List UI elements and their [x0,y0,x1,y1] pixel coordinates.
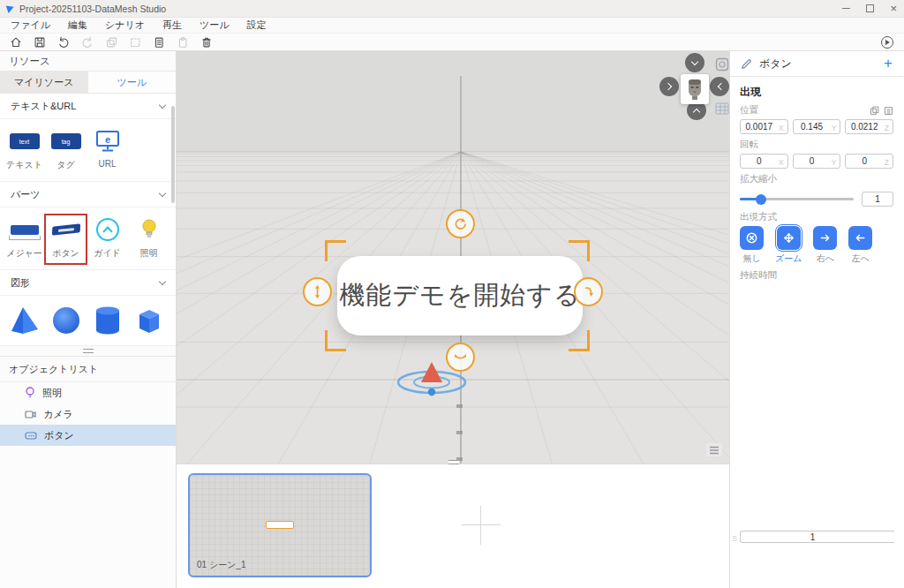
minimize-button[interactable] [842,8,850,10]
rotate-handle-top[interactable] [446,209,475,238]
scene-button-object[interactable]: 機能デモを開始する [337,256,583,335]
appearance-section-title: 出現 [740,85,893,100]
view-rotate-left-button[interactable] [710,77,729,96]
object-list-title: オブジェクトリスト [0,357,176,382]
resource-panel: リソース マイリソース ツール テキスト&URL text テキスト tag タ… [0,51,177,588]
text-url-items: text テキスト tag タグ e URL [0,119,176,182]
tool-item-text[interactable]: text テキスト [4,126,45,176]
3d-viewport[interactable]: 機能デモを開始する [177,51,729,464]
menu-settings[interactable]: 設定 [247,19,267,32]
menu-edit[interactable]: 編集 [68,19,87,32]
left-panel-scrollbar[interactable] [171,106,175,203]
view-rotate-right-button[interactable] [659,77,679,96]
copy-icon[interactable] [152,35,166,49]
app-logo-icon [6,4,15,13]
move-gizmo[interactable] [391,357,472,404]
selection-bracket [325,330,346,351]
object-row-button[interactable]: ボタン [0,425,176,446]
rotation-label: 回転 [740,139,893,151]
maximize-button[interactable] [866,4,874,12]
section-text-url[interactable]: テキスト&URL [0,94,176,119]
head-icon [685,78,704,101]
tab-my-resources[interactable]: マイリソース [0,72,88,93]
position-y-field[interactable]: Y [793,119,841,134]
save-icon[interactable] [33,35,47,49]
shape-cylinder[interactable] [87,305,128,336]
menu-play[interactable]: 再生 [162,19,182,32]
measure-icon [11,225,39,235]
tool-item-guide[interactable]: ガイド [87,215,128,264]
scale-value[interactable]: 1 [862,192,893,207]
shape-sphere[interactable] [45,305,87,336]
light-bulb-icon [139,218,160,241]
add-button[interactable]: + [884,57,893,70]
resource-tabs: マイリソース ツール [0,72,176,94]
marquee-select-icon[interactable] [128,35,142,49]
home-icon[interactable] [9,35,23,49]
guide-icon [96,218,119,241]
menu-tools[interactable]: ツール [200,19,230,32]
delete-icon[interactable] [200,35,214,49]
rotation-y-field[interactable]: Y [793,154,841,169]
scene-thumbnail[interactable]: 01 シーン_1 [188,473,372,577]
viewport-list-button[interactable] [706,443,722,456]
none-icon [740,226,764,250]
scene-label: 01 シーン_1 [197,559,246,571]
camera-icon [25,410,36,419]
close-button[interactable]: × [890,4,897,13]
rotation-z-field[interactable]: Z [845,154,893,169]
avatar-view-cube[interactable] [681,74,709,104]
tool-item-light[interactable]: 照明 [128,215,170,264]
arrow-left-icon [848,226,872,250]
undo-icon[interactable] [56,35,71,49]
rotate-handle-right[interactable] [574,277,603,306]
button-part-icon [51,223,79,235]
tool-item-url[interactable]: e URL [87,126,128,176]
url-monitor-icon: e [94,130,121,153]
position-label: 位置 [740,104,893,117]
selection-bracket [569,330,590,351]
position-z-field[interactable]: Z [845,119,893,134]
position-x-field[interactable]: X [740,119,788,134]
mode-left-button[interactable]: 左へ [848,226,872,265]
object-row-camera[interactable]: カメラ [0,403,176,425]
tool-item-measure[interactable]: メジャー [4,215,45,264]
redo-icon[interactable] [80,35,94,49]
duplicate-icon[interactable] [104,35,118,49]
selection-bracket [569,240,590,261]
copy-transform-icon[interactable] [870,106,879,116]
section-parts[interactable]: パーツ [0,182,176,207]
grid-view-button[interactable] [715,102,729,117]
arrow-right-icon [813,226,837,250]
scale-label: 拡大縮小 [740,173,893,185]
chevron-down-icon [159,278,166,285]
preview-play-button[interactable] [881,36,893,49]
paste-transform-icon[interactable] [884,106,893,116]
toolbar [0,34,904,51]
shape-cube[interactable] [128,305,170,336]
strip-splitter-handle[interactable] [448,460,459,464]
menu-file[interactable]: ファイル [11,19,50,32]
section-shapes[interactable]: 図形 [0,270,176,296]
add-scene-card[interactable] [383,473,576,577]
shape-pyramid[interactable] [4,305,45,336]
scale-slider[interactable] [740,198,854,200]
mode-zoom-button[interactable]: ズーム [775,226,802,265]
menu-bar: ファイル 編集 シナリオ 再生 ツール 設定 [0,18,904,34]
view-rotate-down-button[interactable] [685,53,704,72]
tool-item-tag[interactable]: tag タグ [45,126,87,176]
move-vertical-handle[interactable] [303,277,332,306]
reset-view-button[interactable] [715,57,729,72]
mode-none-button[interactable]: 無し [740,226,764,265]
menu-scenario[interactable]: シナリオ [105,19,145,32]
tab-tools[interactable]: ツール [88,72,177,93]
tool-item-button[interactable]: ボタン [45,215,87,264]
paste-icon[interactable] [176,35,190,49]
chevron-down-icon [691,57,698,64]
mode-right-button[interactable]: 右へ [813,226,837,265]
panel-splitter-handle[interactable] [0,346,176,357]
text-badge-icon: text [10,133,40,149]
duration-field[interactable]: S [740,531,894,588]
rotation-x-field[interactable]: X [740,154,788,169]
object-row-light[interactable]: 照明 [0,382,176,403]
